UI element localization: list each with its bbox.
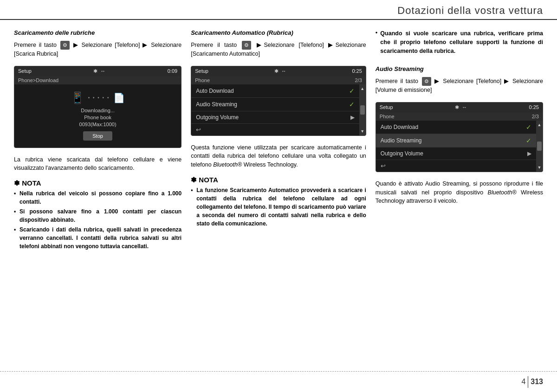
right-bullet-text: Quando si vuole scaricare una rubrica, v… xyxy=(380,29,543,55)
page-header: Dotazioni della vostra vettura xyxy=(0,0,557,20)
right-check-icon-2: ✓ xyxy=(526,137,531,144)
page-footer: 4 313 xyxy=(0,371,557,392)
gear-icon-mid: ⚙ xyxy=(242,41,251,50)
mid-screen-header: Setup ✱ ↔ 0:25 xyxy=(191,66,366,76)
left-intro-text: Premere il tasto xyxy=(14,42,57,48)
left-note-item-1: Nella rubrica del veicolo si possono cop… xyxy=(14,189,181,206)
left-intro: Premere il tasto ⚙ ▶ Selezionare [Telefo… xyxy=(14,41,181,58)
check-icon-1: ✓ xyxy=(349,87,355,95)
left-screen-sub: Phone>Download xyxy=(14,76,181,84)
scroll-down-icon[interactable]: ▼ xyxy=(359,128,365,135)
left-screen-icons: ✱ ↔ xyxy=(93,68,105,74)
mid-scrollbar[interactable]: ▲ ▼ xyxy=(359,84,366,135)
mid-section-title: Scaricamento Automatico (Rubrica) xyxy=(191,29,366,36)
right-scrollbar[interactable]: ▲ ▼ xyxy=(536,121,543,172)
header-title: Dotazioni della vostra vettura xyxy=(397,5,543,17)
left-screen-header: Setup ✱ ↔ 0:09 xyxy=(14,66,181,76)
mid-screen-rows: Auto Download ✓ Audio Streaming ✓ Outgoi… xyxy=(191,84,359,135)
right-usb-icon: ↔ xyxy=(462,104,467,110)
page-number: 4 313 xyxy=(521,376,543,388)
mid-note-item-1: La funzione Scaricamento Automatico prov… xyxy=(191,186,366,228)
right-scroll-up-icon[interactable]: ▲ xyxy=(537,122,543,128)
right-body-text: Quando è attivato Audio Streaming, si po… xyxy=(376,180,543,206)
right-scroll-down-icon[interactable]: ▼ xyxy=(537,164,543,171)
mid-screen-time: 0:25 xyxy=(352,68,362,74)
doc-icon: 📄 xyxy=(113,92,125,103)
left-screen-time: 0:09 xyxy=(168,68,177,74)
mid-row-autodownload: Auto Download ✓ xyxy=(191,84,359,98)
right-screen-title: Setup xyxy=(380,104,393,110)
bullet-icon: • xyxy=(376,29,378,55)
check-icon-2: ✓ xyxy=(349,101,355,108)
right-top-bullet: • Quando si vuole scaricare una rubrica,… xyxy=(376,29,543,55)
page-num: 313 xyxy=(531,378,543,386)
mid-screen-icons: ✱ ↔ xyxy=(274,68,286,74)
mid-intro: Premere il tasto ⚙ ▶Selezionare [Telefon… xyxy=(191,41,366,58)
gear-icon-left: ⚙ xyxy=(60,41,70,50)
mid-setup-screen: Setup ✱ ↔ 0:25 Phone 2/3 Auto Download ✓ xyxy=(191,66,366,136)
right-check-icon-1: ✓ xyxy=(526,123,531,131)
left-note-item-3: Scaricando i dati della rubrica, quelli … xyxy=(14,225,181,251)
right-screen-rows: Auto Download ✓ Audio Streaming ✓ Outgoi… xyxy=(376,121,536,172)
right-scroll-thumb xyxy=(537,141,542,151)
left-note-list: Nella rubrica del veicolo si possono cop… xyxy=(14,189,181,251)
right-screen-header: Setup ✱ ↔ 0:25 xyxy=(376,103,543,112)
left-setup-screen: Setup ✱ ↔ 0:09 Phone>Download 📱 • • • • … xyxy=(14,66,181,148)
mid-body-text: Questa funzione viene utilizzata per sca… xyxy=(191,143,366,169)
download-screen-body: 📱 • • • • • 📄 Downloading... Phone book … xyxy=(14,84,181,148)
right-column: • Quando si vuole scaricare una rubrica,… xyxy=(376,29,543,349)
audio-streaming-title: Audio Streaming xyxy=(376,65,543,72)
mid-row-audiostreaming: Audio Streaming ✓ xyxy=(191,98,359,111)
right-bluetooth-icon: ✱ xyxy=(455,104,459,110)
right-setup-screen: Setup ✱ ↔ 0:25 Phone 2/3 Auto Download ✓ xyxy=(376,102,543,172)
mid-usb-icon: ↔ xyxy=(281,68,286,74)
right-back-row: ↩ xyxy=(376,160,536,172)
main-content: Scaricamento delle rubriche Premere il t… xyxy=(0,20,557,354)
left-note-title: ✽ NOTA xyxy=(14,179,181,187)
mid-back-row: ↩ xyxy=(191,124,359,135)
usb-icon: ↔ xyxy=(100,68,105,74)
arrow-icon-1: ▶ xyxy=(350,114,355,121)
scroll-thumb xyxy=(360,105,365,115)
chapter-number: 4 xyxy=(521,378,525,386)
left-column: Scaricamento delle rubriche Premere il t… xyxy=(14,29,181,349)
right-row-audiostreaming: Audio Streaming ✓ xyxy=(376,134,536,148)
mid-bluetooth-icon: ✱ xyxy=(274,68,278,74)
mid-screen-rows-container: Auto Download ✓ Audio Streaming ✓ Outgoi… xyxy=(191,84,366,135)
left-screen-title: Setup xyxy=(18,68,32,74)
phone-icon-area: 📱 • • • • • 📄 xyxy=(71,91,125,104)
right-arrow-icon: ▶ xyxy=(527,150,531,157)
left-note-section: ✽ NOTA Nella rubrica del veicolo si poss… xyxy=(14,179,181,252)
right-screen-sub: Phone 2/3 xyxy=(376,112,543,121)
left-section-title: Scaricamento delle rubriche xyxy=(14,29,181,36)
left-body-text: La rubrica viene scaricata dal telefono … xyxy=(14,155,181,173)
transfer-dots: • • • • • xyxy=(88,95,110,100)
bluetooth-icon: ✱ xyxy=(93,68,97,74)
right-row-autodownload: Auto Download ✓ xyxy=(376,121,536,134)
right-row-outgoingvolume: Outgoing Volume ▶ xyxy=(376,148,536,160)
stop-button[interactable]: Stop xyxy=(83,131,112,141)
right-audio-intro: Premere il tasto ⚙ ▶ Selezionare [Telefo… xyxy=(376,77,543,95)
mid-column: Scaricamento Automatico (Rubrica) Premer… xyxy=(191,29,366,349)
gear-icon-right: ⚙ xyxy=(422,77,431,86)
scroll-up-icon[interactable]: ▲ xyxy=(359,85,365,92)
mid-note-title: ✽ NOTA xyxy=(191,176,366,184)
mid-screen-sub: Phone 2/3 xyxy=(191,76,366,84)
mid-note-section: ✽ NOTA La funzione Scaricamento Automati… xyxy=(191,176,366,229)
right-screen-icons: ✱ ↔ xyxy=(455,104,467,110)
page-separator xyxy=(528,376,528,388)
mid-screen-title: Setup xyxy=(195,68,208,74)
mid-row-outgoingvolume: Outgoing Volume ▶ xyxy=(191,111,359,124)
mid-note-list: La funzione Scaricamento Automatico prov… xyxy=(191,186,366,228)
phone-icon: 📱 xyxy=(71,91,84,104)
download-text: Downloading... Phone book 0093(Max:1000) xyxy=(79,107,117,129)
left-note-item-2: Si possono salvare fino a 1.000 contatti… xyxy=(14,207,181,224)
right-screen-rows-container: Auto Download ✓ Audio Streaming ✓ Outgoi… xyxy=(376,121,543,172)
right-screen-time: 0:25 xyxy=(529,104,539,110)
